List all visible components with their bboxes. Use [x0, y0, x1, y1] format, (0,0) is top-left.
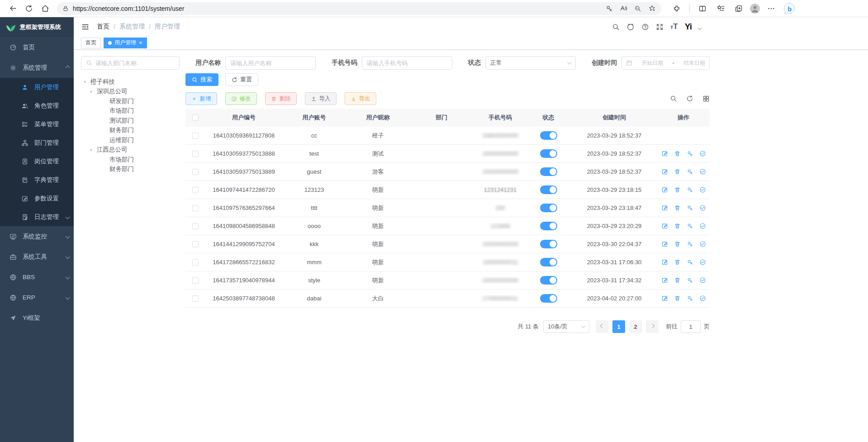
tree-node[interactable]: 市场部门	[81, 155, 180, 165]
app-logo[interactable]: 意框架管理系统	[0, 17, 74, 37]
op-key-icon[interactable]	[687, 168, 693, 175]
row-checkbox[interactable]	[192, 169, 199, 175]
sidebar-item-role-mgmt[interactable]: 角色管理	[0, 96, 74, 115]
url-text[interactable]: https://ccnetcore.com:1101/system/user	[73, 5, 184, 12]
page-size-select[interactable]: 10条/页	[543, 320, 589, 333]
row-checkbox[interactable]	[192, 133, 199, 139]
op-delete-icon[interactable]	[674, 186, 681, 193]
phone-input[interactable]	[367, 60, 447, 67]
breadcrumb-home[interactable]: 首页	[97, 23, 109, 31]
favorite-star-add-icon[interactable]	[648, 5, 656, 12]
op-delete-icon[interactable]	[674, 223, 681, 229]
help-icon[interactable]	[641, 23, 649, 31]
password-key-icon[interactable]	[606, 5, 613, 12]
sidebar-item-erp[interactable]: ERP	[0, 287, 74, 308]
sidebar-item-log-mgmt[interactable]: 日志管理	[0, 208, 74, 226]
header-search-icon[interactable]	[612, 23, 620, 31]
status-select[interactable]: 正常	[485, 56, 576, 70]
row-checkbox[interactable]	[192, 187, 199, 193]
op-key-icon[interactable]	[687, 150, 693, 157]
op-delete-icon[interactable]	[674, 168, 681, 175]
back-icon[interactable]	[5, 2, 20, 15]
tab-home[interactable]: 首页	[81, 38, 101, 48]
sidebar-item-dict-mgmt[interactable]: 字典管理	[0, 171, 74, 189]
sidebar-item-system-monitor[interactable]: 系统监控	[0, 226, 74, 247]
caret-down-icon[interactable]: ▾	[84, 79, 90, 84]
sidebar-item-menu-mgmt[interactable]: 菜单管理	[0, 115, 74, 133]
op-edit-icon[interactable]	[661, 241, 668, 247]
op-check-icon[interactable]	[699, 150, 706, 157]
tree-node[interactable]: 市场部门	[81, 106, 180, 116]
search-button[interactable]: 搜索	[185, 73, 218, 86]
caret-down-icon[interactable]: ▾	[90, 89, 97, 94]
add-button[interactable]: ＋新增	[185, 92, 217, 105]
extensions-icon[interactable]	[669, 2, 684, 15]
op-key-icon[interactable]	[687, 223, 693, 229]
read-aloud-icon[interactable]	[620, 5, 627, 12]
username-input[interactable]	[230, 60, 311, 67]
tree-node[interactable]: 运维部门	[81, 135, 180, 145]
op-edit-icon[interactable]	[661, 204, 668, 211]
next-page-button[interactable]	[646, 320, 659, 333]
prev-page-button[interactable]	[596, 320, 608, 333]
github-icon[interactable]	[626, 23, 635, 31]
import-button[interactable]: 导入	[305, 92, 337, 105]
status-toggle[interactable]	[540, 240, 557, 248]
sidebar-item-home[interactable]: 首页	[0, 37, 74, 57]
op-check-icon[interactable]	[699, 223, 706, 229]
status-toggle[interactable]	[540, 149, 557, 158]
op-delete-icon[interactable]	[674, 150, 681, 157]
tree-node[interactable]: 测试部门	[81, 116, 180, 126]
op-check-icon[interactable]	[699, 241, 706, 247]
table-search-icon[interactable]	[670, 95, 677, 102]
op-check-icon[interactable]	[699, 204, 706, 211]
sidebar-item-param-settings[interactable]: 参数设置	[0, 189, 74, 208]
delete-button[interactable]: 删除	[265, 92, 297, 105]
favorites-bar-icon[interactable]	[713, 2, 728, 15]
op-edit-icon[interactable]	[661, 223, 668, 229]
tree-node[interactable]: ▾深圳总公司	[81, 87, 180, 97]
op-key-icon[interactable]	[687, 259, 693, 266]
lock-icon[interactable]	[62, 5, 69, 12]
table-refresh-icon[interactable]	[686, 95, 693, 102]
row-checkbox[interactable]	[192, 277, 199, 284]
op-delete-icon[interactable]	[674, 204, 681, 211]
row-checkbox[interactable]	[192, 259, 199, 266]
tree-node[interactable]: ▾江西总公司	[81, 145, 180, 155]
op-delete-icon[interactable]	[674, 277, 681, 284]
op-check-icon[interactable]	[699, 186, 706, 193]
op-check-icon[interactable]	[699, 277, 706, 284]
op-edit-icon[interactable]	[661, 150, 668, 157]
edit-button[interactable]: 修改	[225, 92, 257, 105]
op-key-icon[interactable]	[687, 295, 693, 302]
fullscreen-icon[interactable]	[656, 23, 664, 31]
date-range-picker[interactable]: 开始日期 - 结束日期	[621, 56, 710, 70]
split-screen-icon[interactable]	[695, 2, 710, 15]
op-edit-icon[interactable]	[661, 259, 668, 266]
column-settings-grid-icon[interactable]	[702, 95, 710, 102]
font-size-icon[interactable]: тT	[670, 22, 678, 31]
chevron-down-icon[interactable]	[698, 26, 702, 30]
op-delete-icon[interactable]	[674, 295, 681, 302]
dept-search-input[interactable]	[95, 60, 175, 67]
caret-down-icon[interactable]: ▾	[90, 147, 97, 152]
op-key-icon[interactable]	[687, 241, 693, 247]
sidebar-item-dept-mgmt[interactable]: 部门管理	[0, 133, 74, 152]
sidebar-item-user-mgmt[interactable]: 用户管理	[0, 78, 74, 96]
status-toggle[interactable]	[540, 167, 557, 176]
goto-page-input[interactable]	[681, 320, 701, 333]
tree-node[interactable]: ▾橙子科技	[81, 77, 180, 87]
op-edit-icon[interactable]	[661, 295, 668, 302]
sidebar-item-system-tools[interactable]: 系统工具	[0, 247, 74, 267]
status-toggle[interactable]	[540, 222, 557, 230]
status-toggle[interactable]	[540, 131, 557, 140]
row-checkbox[interactable]	[192, 151, 199, 157]
op-edit-icon[interactable]	[661, 277, 668, 284]
copilot-bing-icon[interactable]: b	[782, 2, 797, 15]
op-check-icon[interactable]	[699, 259, 706, 266]
op-key-icon[interactable]	[687, 186, 693, 193]
select-all-checkbox[interactable]	[192, 114, 199, 121]
more-menu-icon[interactable]	[764, 2, 778, 15]
date-start-placeholder[interactable]: 开始日期	[641, 59, 663, 67]
op-delete-icon[interactable]	[674, 241, 681, 247]
